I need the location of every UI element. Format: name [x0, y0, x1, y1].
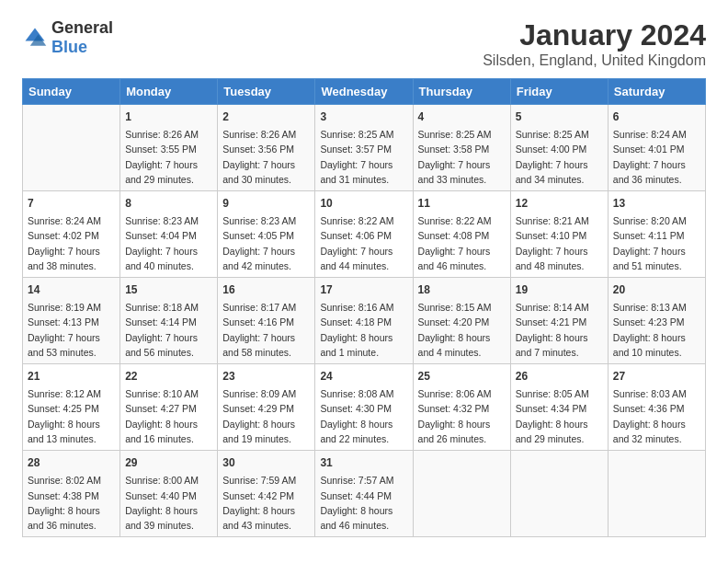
day-number: 18 — [418, 282, 506, 298]
cell-text: Sunrise: 8:18 AMSunset: 4:14 PMDaylight:… — [125, 300, 212, 360]
calendar-cell: 21Sunrise: 8:12 AMSunset: 4:25 PMDayligh… — [23, 364, 120, 451]
calendar-cell: 17Sunrise: 8:16 AMSunset: 4:18 PMDayligh… — [315, 278, 413, 364]
calendar-cell: 13Sunrise: 8:20 AMSunset: 4:11 PMDayligh… — [608, 191, 705, 278]
cell-text: Sunrise: 8:12 AMSunset: 4:25 PMDaylight:… — [28, 386, 115, 446]
day-number: 15 — [125, 282, 212, 298]
cell-text: Sunrise: 8:21 AMSunset: 4:10 PMDaylight:… — [516, 213, 603, 273]
calendar-cell: 4Sunrise: 8:25 AMSunset: 3:58 PMDaylight… — [413, 105, 510, 191]
calendar-cell — [23, 105, 120, 191]
day-number: 4 — [418, 109, 506, 125]
col-header-monday: Monday — [120, 79, 218, 105]
cell-text: Sunrise: 8:26 AMSunset: 3:56 PMDaylight:… — [222, 127, 310, 187]
day-number: 31 — [320, 454, 407, 471]
day-number: 22 — [125, 368, 212, 385]
col-header-thursday: Thursday — [413, 79, 510, 105]
week-row-5: 28Sunrise: 8:02 AMSunset: 4:38 PMDayligh… — [23, 451, 706, 537]
day-number: 30 — [222, 454, 310, 471]
calendar-cell — [413, 451, 510, 537]
day-number: 7 — [28, 195, 115, 212]
calendar-cell: 8Sunrise: 8:23 AMSunset: 4:04 PMDaylight… — [120, 191, 218, 278]
col-header-friday: Friday — [510, 79, 608, 105]
logo-icon — [22, 25, 48, 51]
calendar-cell: 19Sunrise: 8:14 AMSunset: 4:21 PMDayligh… — [510, 278, 608, 364]
day-number: 2 — [222, 109, 310, 125]
calendar-cell: 10Sunrise: 8:22 AMSunset: 4:06 PMDayligh… — [315, 191, 413, 278]
calendar-cell: 24Sunrise: 8:08 AMSunset: 4:30 PMDayligh… — [315, 364, 413, 451]
cell-text: Sunrise: 8:22 AMSunset: 4:06 PMDaylight:… — [320, 213, 407, 273]
cell-text: Sunrise: 8:09 AMSunset: 4:29 PMDaylight:… — [222, 386, 310, 446]
cell-text: Sunrise: 8:02 AMSunset: 4:38 PMDaylight:… — [28, 473, 115, 533]
cell-text: Sunrise: 7:59 AMSunset: 4:42 PMDaylight:… — [222, 473, 310, 533]
cell-text: Sunrise: 8:25 AMSunset: 4:00 PMDaylight:… — [516, 127, 603, 187]
calendar-cell: 30Sunrise: 7:59 AMSunset: 4:42 PMDayligh… — [218, 451, 315, 537]
calendar-cell: 2Sunrise: 8:26 AMSunset: 3:56 PMDaylight… — [218, 105, 315, 191]
calendar-cell: 9Sunrise: 8:23 AMSunset: 4:05 PMDaylight… — [218, 191, 315, 278]
cell-text: Sunrise: 8:25 AMSunset: 3:58 PMDaylight:… — [418, 127, 506, 187]
cell-text: Sunrise: 8:23 AMSunset: 4:05 PMDaylight:… — [222, 213, 310, 273]
logo: General Blue — [22, 18, 113, 57]
day-number: 1 — [125, 109, 212, 125]
calendar-cell: 20Sunrise: 8:13 AMSunset: 4:23 PMDayligh… — [608, 278, 705, 364]
calendar-cell: 5Sunrise: 8:25 AMSunset: 4:00 PMDaylight… — [510, 105, 608, 191]
cell-text: Sunrise: 8:22 AMSunset: 4:08 PMDaylight:… — [418, 213, 506, 273]
calendar-cell: 6Sunrise: 8:24 AMSunset: 4:01 PMDaylight… — [608, 105, 705, 191]
cell-text: Sunrise: 8:08 AMSunset: 4:30 PMDaylight:… — [320, 386, 407, 446]
day-number: 6 — [613, 109, 700, 125]
day-number: 3 — [320, 109, 407, 125]
day-number: 29 — [125, 454, 212, 471]
cell-text: Sunrise: 8:13 AMSunset: 4:23 PMDaylight:… — [613, 300, 700, 360]
subtitle: Silsden, England, United Kingdom — [483, 52, 706, 69]
cell-text: Sunrise: 8:16 AMSunset: 4:18 PMDaylight:… — [320, 300, 407, 360]
day-number: 13 — [613, 195, 700, 212]
header: General Blue January 2024 Silsden, Engla… — [22, 18, 706, 69]
calendar-table: SundayMondayTuesdayWednesdayThursdayFrid… — [22, 78, 706, 537]
week-row-3: 14Sunrise: 8:19 AMSunset: 4:13 PMDayligh… — [23, 278, 706, 364]
calendar-header: SundayMondayTuesdayWednesdayThursdayFrid… — [23, 79, 706, 105]
cell-text: Sunrise: 8:00 AMSunset: 4:40 PMDaylight:… — [125, 473, 212, 533]
calendar-cell: 22Sunrise: 8:10 AMSunset: 4:27 PMDayligh… — [120, 364, 218, 451]
main-title: January 2024 — [483, 18, 706, 52]
day-number: 28 — [28, 454, 115, 471]
day-number: 12 — [516, 195, 603, 212]
cell-text: Sunrise: 7:57 AMSunset: 4:44 PMDaylight:… — [320, 473, 407, 533]
day-number: 26 — [516, 368, 603, 385]
calendar-cell: 16Sunrise: 8:17 AMSunset: 4:16 PMDayligh… — [218, 278, 315, 364]
calendar-cell: 11Sunrise: 8:22 AMSunset: 4:08 PMDayligh… — [413, 191, 510, 278]
calendar-cell: 25Sunrise: 8:06 AMSunset: 4:32 PMDayligh… — [413, 364, 510, 451]
col-header-wednesday: Wednesday — [315, 79, 413, 105]
day-number: 23 — [222, 368, 310, 385]
cell-text: Sunrise: 8:03 AMSunset: 4:36 PMDaylight:… — [613, 386, 700, 446]
cell-text: Sunrise: 8:24 AMSunset: 4:01 PMDaylight:… — [613, 127, 700, 187]
col-header-sunday: Sunday — [23, 79, 120, 105]
calendar-cell: 28Sunrise: 8:02 AMSunset: 4:38 PMDayligh… — [23, 451, 120, 537]
cell-text: Sunrise: 8:25 AMSunset: 3:57 PMDaylight:… — [320, 127, 407, 187]
day-number: 21 — [28, 368, 115, 385]
col-header-tuesday: Tuesday — [218, 79, 315, 105]
day-number: 24 — [320, 368, 407, 385]
day-number: 20 — [613, 282, 700, 298]
logo-general: General — [51, 18, 113, 37]
cell-text: Sunrise: 8:05 AMSunset: 4:34 PMDaylight:… — [516, 386, 603, 446]
cell-text: Sunrise: 8:14 AMSunset: 4:21 PMDaylight:… — [516, 300, 603, 360]
day-number: 11 — [418, 195, 506, 212]
day-number: 8 — [125, 195, 212, 212]
calendar-body: 1Sunrise: 8:26 AMSunset: 3:55 PMDaylight… — [23, 105, 706, 537]
day-number: 17 — [320, 282, 407, 298]
title-area: January 2024 Silsden, England, United Ki… — [483, 18, 706, 69]
day-number: 10 — [320, 195, 407, 212]
calendar-cell: 14Sunrise: 8:19 AMSunset: 4:13 PMDayligh… — [23, 278, 120, 364]
cell-text: Sunrise: 8:15 AMSunset: 4:20 PMDaylight:… — [418, 300, 506, 360]
cell-text: Sunrise: 8:23 AMSunset: 4:04 PMDaylight:… — [125, 213, 212, 273]
logo-text: General Blue — [51, 18, 113, 57]
calendar-cell: 29Sunrise: 8:00 AMSunset: 4:40 PMDayligh… — [120, 451, 218, 537]
calendar-cell: 23Sunrise: 8:09 AMSunset: 4:29 PMDayligh… — [218, 364, 315, 451]
calendar-cell: 27Sunrise: 8:03 AMSunset: 4:36 PMDayligh… — [608, 364, 705, 451]
day-number: 14 — [28, 282, 115, 298]
cell-text: Sunrise: 8:24 AMSunset: 4:02 PMDaylight:… — [28, 213, 115, 273]
cell-text: Sunrise: 8:17 AMSunset: 4:16 PMDaylight:… — [222, 300, 310, 360]
day-number: 9 — [222, 195, 310, 212]
week-row-2: 7Sunrise: 8:24 AMSunset: 4:02 PMDaylight… — [23, 191, 706, 278]
cell-text: Sunrise: 8:06 AMSunset: 4:32 PMDaylight:… — [418, 386, 506, 446]
day-number: 27 — [613, 368, 700, 385]
cell-text: Sunrise: 8:26 AMSunset: 3:55 PMDaylight:… — [125, 127, 212, 187]
